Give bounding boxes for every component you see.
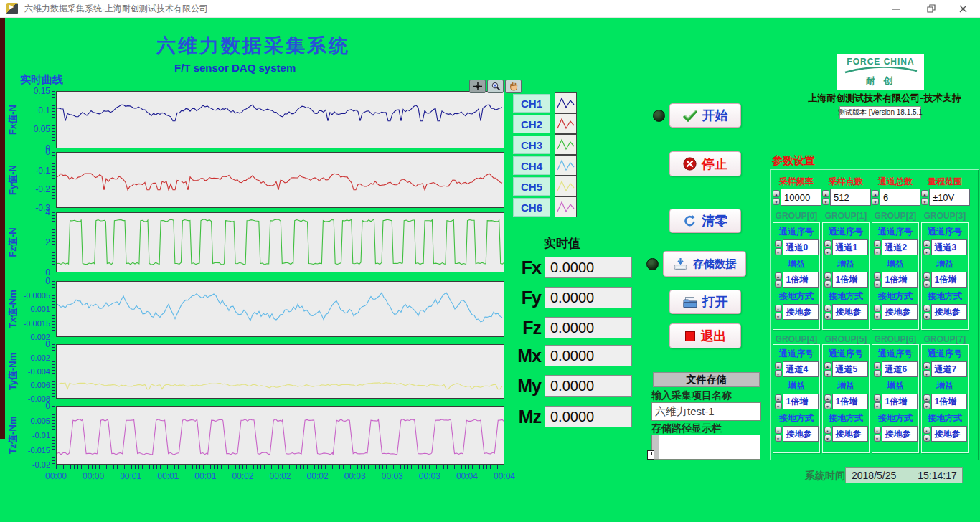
spinner-control[interactable]: ▲▼: [921, 189, 928, 206]
legend-label-ch6[interactable]: CH6: [513, 198, 550, 217]
group-7-channel-select[interactable]: 通道7: [931, 361, 967, 377]
spinner-control[interactable]: ▲▼: [822, 189, 829, 206]
spin-up-icon[interactable]: ▲: [872, 190, 879, 197]
spin-down-icon[interactable]: ▼: [874, 370, 881, 377]
spin-up-icon[interactable]: ▲: [874, 394, 881, 402]
group-5-gain-select[interactable]: 1倍增: [832, 394, 868, 409]
spinner-control[interactable]: ▲▼: [923, 304, 930, 320]
legend-waveform-icon[interactable]: [555, 134, 577, 155]
spin-up-icon[interactable]: ▲: [824, 362, 831, 369]
spin-down-icon[interactable]: ▼: [775, 402, 782, 409]
spinner-control[interactable]: ▲▼: [824, 426, 831, 442]
group-4-gain-select[interactable]: 1倍增: [783, 394, 819, 409]
spin-down-icon[interactable]: ▼: [923, 435, 930, 442]
spinner-control[interactable]: ▲▼: [923, 361, 930, 377]
spin-down-icon[interactable]: ▼: [921, 198, 928, 205]
spin-down-icon[interactable]: ▼: [775, 435, 782, 442]
spinner-control[interactable]: ▲▼: [923, 394, 930, 409]
legend-label-ch3[interactable]: CH3: [513, 136, 550, 154]
spin-up-icon[interactable]: ▲: [775, 362, 782, 369]
save-button[interactable]: 存储数据: [663, 251, 746, 277]
close-button[interactable]: [951, 0, 975, 17]
spin-up-icon[interactable]: ▲: [874, 427, 881, 434]
spin-down-icon[interactable]: ▼: [872, 198, 879, 205]
group-6-ground-select[interactable]: 接地参: [882, 426, 918, 442]
spinner-control[interactable]: ▲▼: [923, 426, 930, 442]
group-5-channel-select[interactable]: 通道5: [832, 361, 868, 377]
spinner-control[interactable]: ▲▼: [824, 394, 831, 409]
group-4-ground-select[interactable]: 接地参: [783, 426, 819, 442]
spin-down-icon[interactable]: ▼: [775, 280, 782, 288]
spin-up-icon[interactable]: ▲: [923, 240, 930, 247]
spin-up-icon[interactable]: ▲: [921, 190, 928, 197]
param-channel-count-input[interactable]: 6: [880, 189, 920, 206]
spinner-control[interactable]: ▲▼: [824, 272, 831, 288]
spin-down-icon[interactable]: ▼: [874, 248, 881, 255]
spin-down-icon[interactable]: ▼: [874, 280, 881, 288]
spinner-control[interactable]: ▲▼: [923, 239, 930, 255]
spin-up-icon[interactable]: ▲: [874, 272, 881, 280]
spin-down-icon[interactable]: ▼: [775, 313, 782, 320]
spin-down-icon[interactable]: ▼: [773, 198, 780, 205]
legend-label-ch5[interactable]: CH5: [513, 177, 550, 196]
legend-label-ch2[interactable]: CH2: [513, 115, 550, 133]
group-4-channel-select[interactable]: 通道4: [783, 361, 819, 377]
spin-up-icon[interactable]: ▲: [824, 394, 831, 402]
group-0-gain-select[interactable]: 1倍增: [783, 272, 819, 288]
spin-up-icon[interactable]: ▲: [775, 240, 782, 247]
group-1-gain-select[interactable]: 1倍增: [832, 272, 868, 288]
spin-down-icon[interactable]: ▼: [923, 248, 930, 255]
group-2-channel-select[interactable]: 通道2: [882, 239, 918, 255]
spinner-control[interactable]: ▲▼: [874, 272, 881, 288]
spin-up-icon[interactable]: ▲: [773, 190, 780, 197]
spin-up-icon[interactable]: ▲: [775, 394, 782, 402]
group-1-ground-select[interactable]: 接地参: [832, 304, 868, 320]
spin-down-icon[interactable]: ▼: [923, 402, 930, 409]
legend-waveform-icon[interactable]: [555, 113, 577, 134]
spin-down-icon[interactable]: ▼: [874, 313, 881, 320]
group-2-gain-select[interactable]: 1倍增: [882, 272, 918, 288]
spin-up-icon[interactable]: ▲: [923, 305, 930, 312]
spin-up-icon[interactable]: ▲: [923, 427, 930, 434]
exit-button[interactable]: 退出: [669, 323, 741, 348]
group-2-ground-select[interactable]: 接地参: [882, 304, 918, 320]
maximize-button[interactable]: [919, 0, 943, 17]
legend-label-ch1[interactable]: CH1: [513, 94, 550, 113]
spinner-control[interactable]: ▲▼: [872, 189, 879, 206]
spinner-control[interactable]: ▲▼: [775, 304, 782, 320]
group-1-channel-select[interactable]: 通道1: [832, 239, 868, 255]
group-3-ground-select[interactable]: 接地参: [931, 304, 967, 320]
legend-waveform-icon[interactable]: [555, 196, 577, 217]
spinner-control[interactable]: ▲▼: [874, 394, 881, 409]
spin-down-icon[interactable]: ▼: [874, 402, 881, 409]
minimize-button[interactable]: [883, 0, 908, 17]
legend-waveform-icon[interactable]: [555, 92, 577, 113]
spin-up-icon[interactable]: ▲: [874, 362, 881, 369]
spinner-control[interactable]: ▲▼: [874, 239, 881, 255]
spinner-control[interactable]: ▲▼: [775, 239, 782, 255]
legend-label-ch4[interactable]: CH4: [513, 156, 550, 175]
clear-button[interactable]: 清零: [669, 209, 741, 233]
group-6-gain-select[interactable]: 1倍增: [882, 394, 918, 409]
spin-up-icon[interactable]: ▲: [923, 272, 930, 280]
spinner-control[interactable]: ▲▼: [773, 189, 780, 206]
spinner-control[interactable]: ▲▼: [874, 304, 881, 320]
spinner-control[interactable]: ▲▼: [923, 272, 930, 288]
start-button[interactable]: 开始: [669, 103, 741, 128]
spin-up-icon[interactable]: ▲: [824, 272, 831, 280]
spin-down-icon[interactable]: ▼: [923, 280, 930, 288]
spin-down-icon[interactable]: ▼: [824, 435, 831, 442]
param-range-input[interactable]: ±10V: [929, 189, 970, 206]
spinner-control[interactable]: ▲▼: [775, 272, 782, 288]
spin-up-icon[interactable]: ▲: [775, 427, 782, 434]
legend-waveform-icon[interactable]: [555, 155, 577, 176]
group-6-channel-select[interactable]: 通道6: [882, 361, 918, 377]
spinner-control[interactable]: ▲▼: [824, 304, 831, 320]
group-0-channel-select[interactable]: 通道0: [783, 239, 819, 255]
spin-down-icon[interactable]: ▼: [824, 370, 831, 377]
open-button[interactable]: 打开: [669, 290, 741, 314]
crosshair-tool-button[interactable]: [469, 80, 486, 93]
param-sample-count-input[interactable]: 512: [830, 189, 871, 206]
spin-down-icon[interactable]: ▼: [824, 313, 831, 320]
spin-down-icon[interactable]: ▼: [874, 435, 881, 442]
